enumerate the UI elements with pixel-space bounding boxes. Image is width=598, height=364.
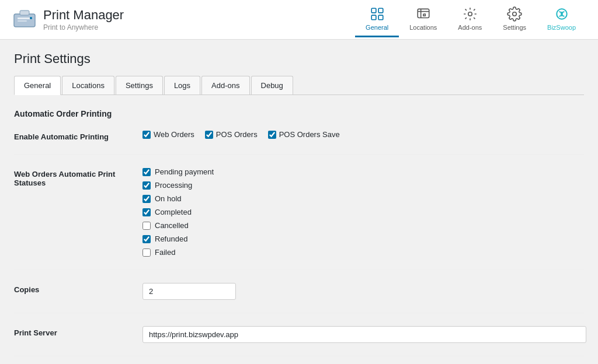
main-content: Print Settings General Locations Setting… [0,40,598,364]
form-row-print-server: Print Server [14,326,584,356]
checkbox-pos-orders-input[interactable] [205,131,213,139]
form-row-enable-printing: Enable Automatic Printing Web Orders POS… [14,130,584,155]
form-row-copies: Copies [14,283,584,313]
svg-rect-9 [418,9,429,18]
nav-bizswoop-icon [554,6,569,22]
print-server-field [142,326,586,343]
status-cancelled[interactable]: Cancelled [142,221,584,230]
app-logo-icon [12,7,37,33]
status-completed-input[interactable] [142,208,151,216]
svg-rect-1 [18,18,32,19]
nav-locations-icon [416,6,431,22]
copies-input[interactable] [142,283,236,300]
checkbox-pos-orders-label: POS Orders [216,130,258,139]
checkbox-pos-orders-save[interactable]: POS Orders Save [268,130,340,139]
tab-locations[interactable]: Locations [62,76,114,94]
tab-general[interactable]: General [14,76,61,95]
status-cancelled-label: Cancelled [155,221,189,230]
nav-bizswoop-label: BizSwoop [547,24,576,31]
status-on-hold[interactable]: On hold [142,194,584,203]
svg-rect-6 [378,8,383,13]
statuses-list: Pending payment Processing On hold Compl… [142,167,584,257]
statuses-field: Pending payment Processing On hold Compl… [142,167,584,257]
form-row-statuses: Web Orders Automatic Print Statuses Pend… [14,167,584,270]
status-failed[interactable]: Failed [142,248,584,257]
copies-label: Copies [14,283,142,294]
tab-addons[interactable]: Add-ons [201,76,249,94]
checkbox-pos-orders-save-label: POS Orders Save [279,130,340,139]
svg-point-4 [30,17,32,19]
nav-locations-label: Locations [409,24,437,31]
svg-rect-8 [378,15,383,20]
status-on-hold-input[interactable] [142,195,151,203]
status-failed-input[interactable] [142,249,151,257]
print-server-label: Print Server [14,326,142,337]
tab-logs[interactable]: Logs [164,76,200,94]
status-pending-payment-input[interactable] [142,168,151,176]
status-cancelled-input[interactable] [142,222,151,230]
copies-field [142,283,584,300]
status-on-hold-label: On hold [155,194,182,203]
svg-point-13 [513,12,517,16]
nav-general-icon [370,6,385,22]
nav-item-general[interactable]: General [355,2,399,37]
checkbox-web-orders[interactable]: Web Orders [142,130,194,139]
status-refunded[interactable]: Refunded [142,235,584,243]
top-nav-icons: General Locations Add-ons [355,2,586,37]
svg-point-14 [560,13,562,15]
enable-printing-options: Web Orders POS Orders POS Orders Save [142,130,584,139]
tabs-bar: General Locations Settings Logs Add-ons … [14,76,584,95]
svg-rect-5 [371,8,376,13]
status-refunded-label: Refunded [155,235,187,243]
tab-settings[interactable]: Settings [116,76,163,94]
nav-addons-label: Add-ons [458,24,482,31]
status-refunded-input[interactable] [142,235,151,243]
nav-settings-icon [507,6,522,22]
svg-rect-3 [20,10,29,15]
enable-printing-field: Web Orders POS Orders POS Orders Save [142,130,584,139]
nav-item-bizswoop[interactable]: BizSwoop [537,2,586,37]
status-processing-input[interactable] [142,181,151,190]
checkbox-pos-orders[interactable]: POS Orders [205,130,258,139]
status-processing[interactable]: Processing [142,181,584,190]
section-title: Automatic Order Printing [14,109,584,118]
checkbox-web-orders-input[interactable] [142,131,151,139]
nav-item-addons[interactable]: Add-ons [447,2,492,37]
status-pending-payment[interactable]: Pending payment [142,167,584,176]
nav-item-locations[interactable]: Locations [399,2,447,37]
nav-settings-label: Settings [503,24,526,31]
top-nav: Print Manager Print to Anywhere General … [0,0,598,40]
app-subtitle: Print to Anywhere [43,23,124,32]
status-completed-label: Completed [155,208,192,216]
status-pending-payment-label: Pending payment [155,167,214,176]
tab-debug[interactable]: Debug [251,76,293,94]
status-processing-label: Processing [155,181,192,190]
svg-rect-7 [371,15,376,20]
status-completed[interactable]: Completed [142,208,584,216]
nav-item-settings[interactable]: Settings [492,2,537,37]
app-title: Print Manager [43,8,124,23]
checkbox-pos-orders-save-input[interactable] [268,131,276,139]
app-title-block: Print Manager Print to Anywhere [43,8,124,31]
checkbox-web-orders-label: Web Orders [154,130,194,139]
svg-rect-2 [18,20,27,22]
svg-point-12 [468,12,472,16]
nav-general-label: General [366,24,388,31]
statuses-label: Web Orders Automatic Print Statuses [14,167,142,187]
enable-printing-label: Enable Automatic Printing [14,130,142,141]
app-logo: Print Manager Print to Anywhere [12,7,355,33]
nav-addons-icon [463,6,478,22]
page-title: Print Settings [14,51,584,66]
status-failed-label: Failed [155,248,175,257]
print-server-input[interactable] [142,326,586,343]
